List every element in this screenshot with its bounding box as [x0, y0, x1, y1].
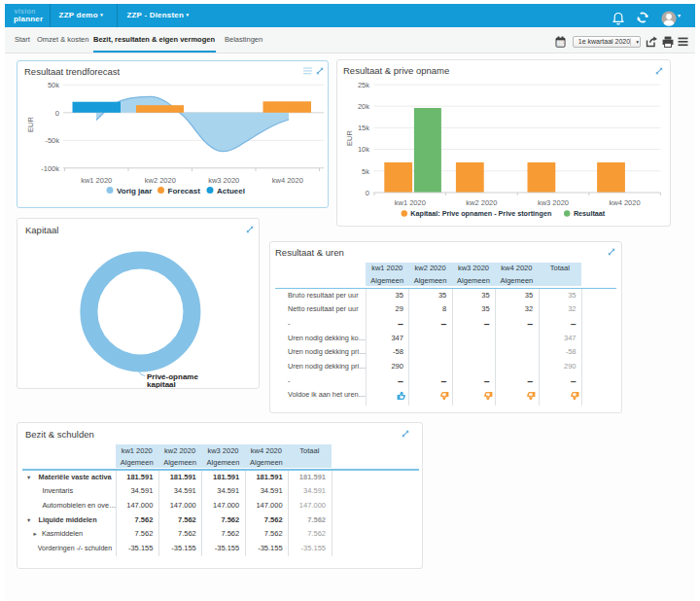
svg-text:kw3 2020: kw3 2020	[208, 176, 239, 185]
svg-text:kw2 2020: kw2 2020	[145, 176, 176, 185]
svg-text:kw1 2020: kw1 2020	[81, 176, 112, 185]
svg-text:0: 0	[55, 109, 59, 118]
svg-text:15k: 15k	[358, 124, 369, 132]
svg-text:Forecast: Forecast	[168, 187, 201, 195]
svg-text:kw4 2020: kw4 2020	[272, 176, 303, 185]
svg-text:EUR: EUR	[26, 117, 35, 132]
svg-text:Resultaat: Resultaat	[574, 209, 606, 218]
svg-text:25k: 25k	[358, 81, 369, 89]
svg-text:Kapitaal: Prive opnamen - Priv: Kapitaal: Prive opnamen - Prive storting…	[410, 209, 551, 218]
svg-text:kw2 2020: kw2 2020	[466, 198, 497, 207]
svg-text:Actueel: Actueel	[217, 187, 245, 195]
svg-text:Vorig jaar: Vorig jaar	[117, 187, 152, 195]
svg-text:0: 0	[366, 189, 369, 197]
svg-text:kapitaal: kapitaal	[147, 380, 176, 388]
svg-text:20k: 20k	[358, 102, 369, 111]
svg-text:kw1 2020: kw1 2020	[395, 198, 426, 207]
svg-text:10k: 10k	[358, 145, 369, 154]
svg-text:-100k: -100k	[41, 164, 59, 173]
svg-text:50k: 50k	[48, 81, 59, 89]
svg-text:-50k: -50k	[45, 136, 59, 145]
svg-text:5k: 5k	[362, 167, 369, 176]
svg-text:kw3 2020: kw3 2020	[538, 198, 569, 207]
svg-text:EUR: EUR	[345, 130, 354, 146]
svg-text:kw4 2020: kw4 2020	[610, 198, 641, 207]
